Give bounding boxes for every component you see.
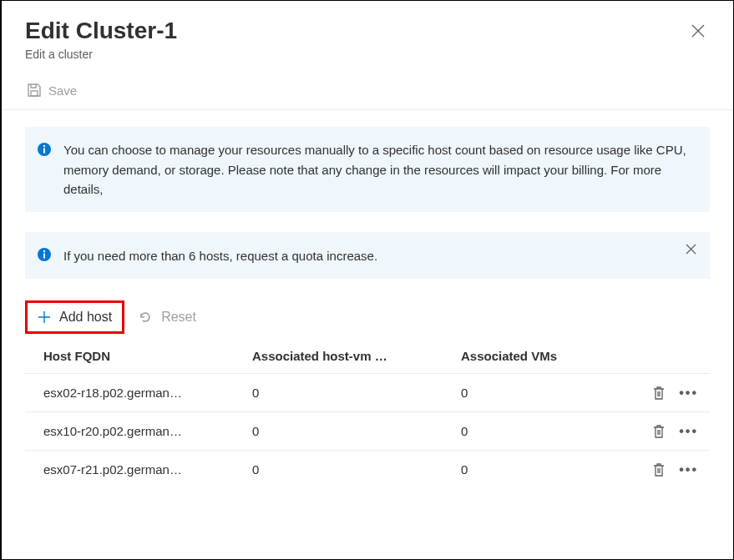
close-icon <box>691 24 705 38</box>
svg-rect-5 <box>43 254 45 259</box>
column-header-host-vm[interactable]: Associated host-vm … <box>252 349 461 363</box>
row-more-button[interactable]: ••• <box>676 460 701 480</box>
trash-icon <box>652 386 666 401</box>
info-banner-resources-text: You can choose to manage your resources … <box>63 140 693 199</box>
save-label: Save <box>48 83 77 98</box>
command-bar: Add host Reset <box>25 300 710 334</box>
column-header-fqdn[interactable]: Host FQDN <box>43 349 252 363</box>
undo-icon <box>138 310 153 325</box>
table-row[interactable]: esx07-r21.p02.german… 0 0 ••• <box>25 450 710 488</box>
toolbar: Save <box>25 79 710 109</box>
row-more-button[interactable]: ••• <box>676 421 701 441</box>
save-button[interactable]: Save <box>25 79 78 101</box>
cell-fqdn: esx07-r21.p02.german… <box>43 462 252 477</box>
svg-point-3 <box>43 145 45 147</box>
reset-label: Reset <box>161 310 196 325</box>
save-icon <box>27 83 42 98</box>
cell-fqdn: esx10-r20.p02.german… <box>43 424 252 438</box>
hosts-table: Host FQDN Associated host-vm … Associate… <box>25 349 710 488</box>
delete-row-button[interactable] <box>649 459 669 481</box>
cell-fqdn: esx02-r18.p02.german… <box>43 386 252 400</box>
panel-subtitle: Edit a cluster <box>25 48 177 61</box>
svg-point-6 <box>43 250 45 252</box>
row-actions: ••• <box>649 421 701 442</box>
add-host-button[interactable]: Add host <box>33 306 117 328</box>
column-header-vms[interactable]: Associated VMs <box>461 349 691 363</box>
svg-rect-0 <box>31 91 38 96</box>
info-banner-quota-text: If you need more than 6 hosts, request a… <box>63 246 377 265</box>
more-icon: ••• <box>679 425 698 438</box>
trash-icon <box>652 462 666 477</box>
plus-icon <box>38 310 51 324</box>
info-banner-quota: If you need more than 6 hosts, request a… <box>25 232 710 279</box>
table-header: Host FQDN Associated host-vm … Associate… <box>25 349 710 373</box>
add-host-label: Add host <box>59 310 112 325</box>
info-icon <box>37 142 52 199</box>
add-host-highlight: Add host <box>25 300 124 334</box>
svg-rect-2 <box>43 149 45 154</box>
title-block: Edit Cluster-1 Edit a cluster <box>25 16 177 61</box>
info-banner-resources: You can choose to manage your resources … <box>25 127 710 212</box>
row-actions: ••• <box>649 459 701 481</box>
info-icon <box>37 247 52 265</box>
delete-row-button[interactable] <box>649 382 669 404</box>
edit-cluster-panel: Edit Cluster-1 Edit a cluster Save You c… <box>0 0 734 560</box>
table-row[interactable]: esx10-r20.p02.german… 0 0 ••• <box>25 411 710 450</box>
close-button[interactable] <box>686 19 710 43</box>
more-icon: ••• <box>679 386 698 400</box>
row-more-button[interactable]: ••• <box>676 383 701 403</box>
trash-icon <box>652 424 666 439</box>
close-icon <box>686 244 696 255</box>
panel-header: Edit Cluster-1 Edit a cluster <box>25 16 710 61</box>
delete-row-button[interactable] <box>649 421 669 442</box>
cell-host-vm: 0 <box>252 424 461 438</box>
more-icon: ••• <box>679 463 698 477</box>
cell-host-vm: 0 <box>252 462 461 477</box>
table-row[interactable]: esx02-r18.p02.german… 0 0 ••• <box>25 373 710 411</box>
reset-button[interactable]: Reset <box>133 306 201 328</box>
cell-host-vm: 0 <box>252 386 461 400</box>
row-actions: ••• <box>649 382 701 404</box>
panel-title: Edit Cluster-1 <box>25 16 177 46</box>
toolbar-divider <box>2 109 733 110</box>
dismiss-banner-button[interactable] <box>682 240 700 258</box>
